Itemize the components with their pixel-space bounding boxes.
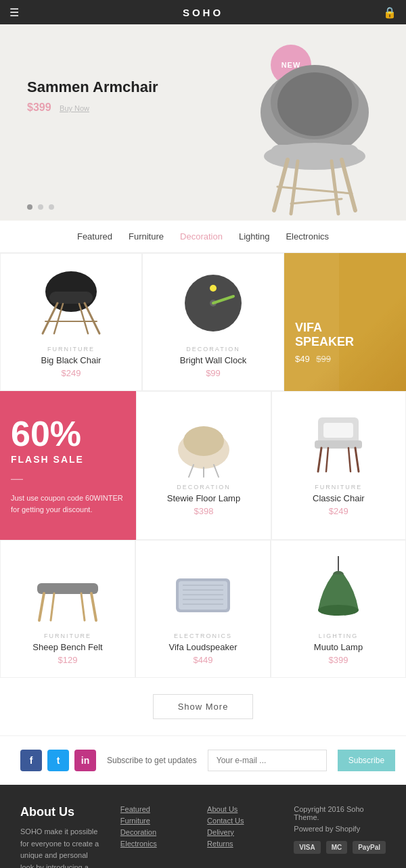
product-row-3: FURNITURE Sheep Bench Felt $129 ELECTRON… xyxy=(0,540,406,678)
flash-desc: Just use coupon code 60WINTER for gettin… xyxy=(11,493,125,515)
classic-chair-image xyxy=(298,404,379,478)
header: ☰ SOHO 🔒 xyxy=(0,0,406,24)
bench-category: FURNITURE xyxy=(44,633,91,639)
twitter-icon[interactable]: t xyxy=(47,750,69,771)
hero-product-name: Sammen Armchair xyxy=(27,78,158,96)
footer-links-col-1: Featured Furniture Decoration Electronic… xyxy=(120,805,187,868)
svg-line-6 xyxy=(342,160,355,210)
footer-top: About Us SOHO make it possible for every… xyxy=(20,805,386,868)
classic-chair-category: FURNITURE xyxy=(315,484,362,490)
cart-icon[interactable]: 🔒 xyxy=(383,6,397,19)
bench-image xyxy=(27,553,108,627)
svg-rect-12 xyxy=(49,292,93,304)
product-row-2: 60% FLASH SALE — Just use coupon code 60… xyxy=(0,391,406,540)
hero-dots xyxy=(27,204,54,210)
floor-lamp-price: $398 xyxy=(194,506,214,516)
svg-point-23 xyxy=(183,426,224,456)
hero-section: NEW Sammen Armchair $399 Buy Now xyxy=(0,24,406,221)
newsletter-section: f t in Subscribe to get updates Subscrib… xyxy=(0,735,406,785)
hero-buy-button[interactable]: Buy Now xyxy=(60,104,89,112)
cat-furniture[interactable]: Furniture xyxy=(129,231,164,242)
svg-line-35 xyxy=(39,593,44,620)
footer-link-decoration[interactable]: Decoration xyxy=(120,828,187,836)
svg-rect-2 xyxy=(271,145,359,162)
footer-about-title: About Us xyxy=(20,805,100,819)
svg-line-24 xyxy=(189,465,194,477)
svg-line-31 xyxy=(355,448,359,472)
svg-line-30 xyxy=(318,448,321,472)
loudspeaker-name: Vifa Loudspeaker xyxy=(169,642,238,652)
big-black-chair-image xyxy=(30,266,112,340)
footer-powered: Powered by Shopify xyxy=(294,825,386,833)
facebook-icon[interactable]: f xyxy=(20,750,42,771)
footer-link-furniture[interactable]: Furniture xyxy=(120,817,187,825)
footer-copyright-col: Copyright 2016 Soho Theme. Powered by Sh… xyxy=(294,805,386,868)
footer-link-delivery[interactable]: Delivery xyxy=(207,828,273,836)
vifa-speaker-old-price: $99 xyxy=(316,354,331,364)
newsletter-email-input[interactable] xyxy=(208,750,327,771)
product-wall-clock[interactable]: DECORATION Bright Wall Clock $99 xyxy=(142,253,284,391)
wall-clock-category: DECORATION xyxy=(186,346,240,352)
flash-divider: — xyxy=(11,472,23,486)
floor-lamp-image xyxy=(163,404,244,478)
hero-chair-image xyxy=(237,45,392,221)
instagram-icon[interactable]: in xyxy=(74,750,96,771)
cat-decoration[interactable]: Decoration xyxy=(180,231,223,242)
wall-clock-price: $99 xyxy=(206,368,221,378)
footer-link-about[interactable]: About Us xyxy=(207,805,273,813)
newsletter-subscribe-button[interactable]: Subscribe xyxy=(338,750,395,771)
svg-line-37 xyxy=(51,593,54,620)
mastercard-icon: MC xyxy=(326,841,348,854)
svg-line-33 xyxy=(348,448,351,472)
hero-content: Sammen Armchair $399 Buy Now xyxy=(27,78,158,114)
product-classic-chair[interactable]: FURNITURE Classic Chair $249 xyxy=(271,391,406,540)
menu-icon[interactable]: ☰ xyxy=(9,6,19,19)
site-title: SOHO xyxy=(183,7,223,18)
footer: About Us SOHO make it possible for every… xyxy=(0,785,406,868)
payment-icons: VISA MC PayPal xyxy=(294,841,386,854)
product-floor-lamp[interactable]: DECORATION Stewie Floor Lamp $398 xyxy=(136,391,271,540)
hero-dot-1[interactable] xyxy=(27,204,32,210)
footer-link-featured[interactable]: Featured xyxy=(120,805,187,813)
hero-price: $399 xyxy=(27,101,51,113)
loudspeaker-image xyxy=(162,553,244,627)
visa-icon: VISA xyxy=(294,841,320,854)
flash-label: FLASH SALE xyxy=(11,454,84,465)
footer-link-electronics[interactable]: Electronics xyxy=(120,840,187,848)
svg-rect-29 xyxy=(323,423,353,438)
svg-line-8 xyxy=(332,161,338,214)
flash-percent: 60% xyxy=(11,416,81,451)
product-big-black-chair[interactable]: FURNITURE Big Black Chair $249 xyxy=(0,253,142,391)
cat-lighting[interactable]: Lighting xyxy=(239,231,270,242)
product-bench[interactable]: FURNITURE Sheep Bench Felt $129 xyxy=(0,540,135,678)
show-more-button[interactable]: Show More xyxy=(153,694,254,719)
vifa-speaker-price: $49 $99 xyxy=(295,354,354,364)
pendant-lamp-image xyxy=(298,553,379,627)
footer-copyright: Copyright 2016 Soho Theme. xyxy=(294,805,386,821)
special-content: VIFASPEAKER $49 $99 xyxy=(295,321,354,364)
footer-link-returns[interactable]: Returns xyxy=(207,840,273,848)
product-grid: FURNITURE Big Black Chair $249 DECORATIO… xyxy=(0,253,406,678)
svg-line-38 xyxy=(81,593,85,620)
product-loudspeaker[interactable]: ELECTRONICS Vifa Loudspeaker $449 xyxy=(135,540,271,678)
footer-link-contact[interactable]: Contact Us xyxy=(207,817,273,825)
svg-line-10 xyxy=(291,199,342,204)
svg-line-32 xyxy=(326,448,328,472)
floor-lamp-name: Stewie Floor Lamp xyxy=(167,493,240,503)
big-black-chair-category: FURNITURE xyxy=(47,346,95,352)
pendant-lamp-price: $399 xyxy=(329,655,348,665)
vifa-speaker-banner[interactable]: SPECIAL VIFASPEAKER $49 $99 xyxy=(284,253,406,391)
svg-point-4 xyxy=(277,72,352,136)
pendant-lamp-category: LIGHTING xyxy=(319,633,359,639)
svg-rect-34 xyxy=(37,583,98,594)
cat-electronics[interactable]: Electronics xyxy=(286,231,329,242)
svg-line-36 xyxy=(91,593,96,620)
cat-featured[interactable]: Featured xyxy=(77,231,112,242)
hero-dot-2[interactable] xyxy=(38,204,43,210)
newsletter-label: Subscribe to get updates xyxy=(107,756,197,765)
hero-dot-3[interactable] xyxy=(49,204,54,210)
paypal-icon: PayPal xyxy=(353,841,386,854)
vifa-speaker-name: VIFASPEAKER xyxy=(295,321,354,350)
product-pendant-lamp[interactable]: LIGHTING Muuto Lamp $399 xyxy=(271,540,406,678)
flash-sale-banner: 60% FLASH SALE — Just use coupon code 60… xyxy=(0,391,136,540)
